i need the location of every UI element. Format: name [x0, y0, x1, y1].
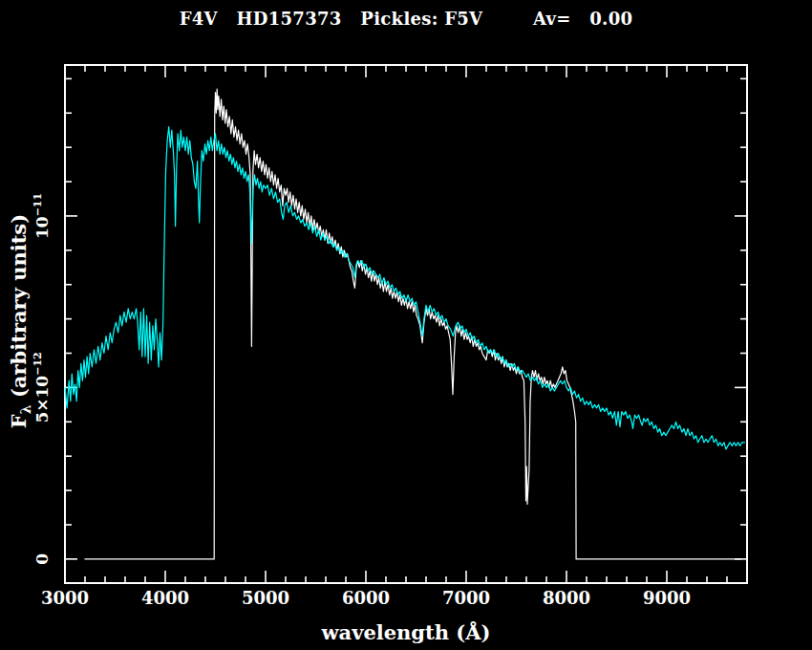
- x-tick-label: 7000: [442, 588, 490, 608]
- y-tick-label: 0: [32, 553, 52, 565]
- spectrum-plot: 300040005000600070008000900005×10−1210−1…: [0, 0, 812, 650]
- x-tick-label: 9000: [643, 588, 691, 608]
- spectrum-plot-page: F4V HD157373 Pickles: F5V Av= 0.00 Fλ (a…: [0, 0, 812, 650]
- hd157373-observed-spectrum-line: [85, 89, 742, 559]
- y-tick-label: 5×10−12: [32, 352, 52, 422]
- x-tick-label: 4000: [141, 588, 189, 608]
- x-tick-label: 6000: [342, 588, 390, 608]
- x-tick-label: 3000: [41, 588, 89, 608]
- y-tick-label: 10−11: [32, 193, 52, 239]
- x-tick-label: 8000: [543, 588, 590, 608]
- pickles-f5v-template-line: [65, 127, 745, 449]
- x-tick-label: 5000: [242, 588, 289, 608]
